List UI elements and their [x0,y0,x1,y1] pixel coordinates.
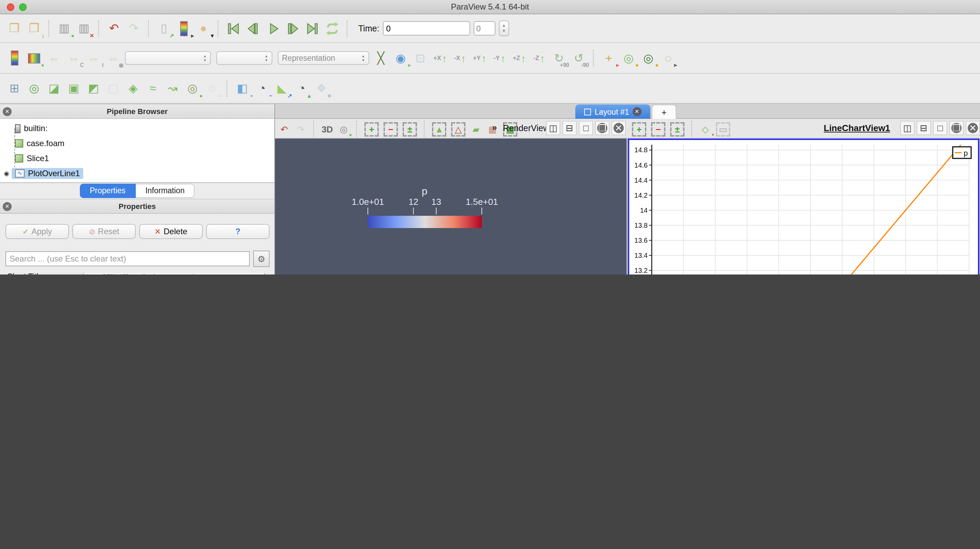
warp-by-vector-icon[interactable]: ↝ [164,80,181,97]
search-input[interactable] [5,251,250,266]
chart-view-split-horizontal-button[interactable]: ◫ [900,121,915,135]
line-chart-view[interactable]: 1010.51111.51212.51313.51414.5151010.210… [628,139,979,274]
apply-button[interactable]: ✔Apply [5,224,69,239]
first-frame-icon[interactable] [224,19,242,37]
help-button[interactable]: ? [206,224,270,239]
close-layout-tab-icon[interactable]: ✕ [633,107,641,116]
step-down-icon[interactable]: ▼ [502,28,506,33]
undo-icon[interactable]: ↶ [105,19,123,37]
rotate-clockwise-90-icon[interactable]: ↻+90 [550,49,568,67]
rescale-data-range-icon[interactable]: ⇔ [45,49,63,67]
calculator-icon[interactable]: ⊞ [5,80,23,97]
camera-redo-icon[interactable]: ↷ [293,122,308,136]
rescale-temporal-range-icon[interactable]: ⇔t [84,49,102,67]
scalar-bar-icon[interactable] [5,49,23,67]
color-palette-icon[interactable]: ●▾ [194,19,212,37]
auto-apply-icon[interactable]: ▯↗ [155,19,173,37]
view-plus-y-icon[interactable]: +Y↑ [471,49,488,67]
select-cells-through-icon[interactable]: ▰ [469,122,483,136]
pipeline-item-slice1[interactable]: Slice1 [0,151,274,166]
camera-undo-icon[interactable]: ↶ [277,122,291,136]
render-view[interactable]: p1.0e+0112131.5e+01YZX [275,139,627,274]
slice-icon[interactable]: ▣ [65,80,83,97]
plot-data-icon[interactable]: ◔▲ [293,80,310,97]
chart-view-popout-button[interactable]: ❐ [949,121,964,135]
reset-camera-icon[interactable]: ╳ [372,49,390,67]
chart-select-toggle-icon[interactable]: ± [670,122,684,136]
reset-button[interactable]: ⊘Reset [72,224,136,239]
toolbar-expand-icon[interactable]: » [492,122,497,132]
render-view-maximize-button[interactable]: □ [579,121,593,135]
tab-information[interactable]: Information [136,184,195,198]
group-datasets-icon[interactable]: ◎● [184,80,201,97]
select-cells-toggle-icon[interactable]: ± [402,122,417,136]
extract-selection-icon[interactable]: ◧▪ [234,80,251,97]
chart-select-rect-icon[interactable]: ▭ [716,122,730,136]
loop-icon[interactable] [323,19,341,37]
pipeline-item-plotoverline1[interactable]: ◉∿PlotOverLine1 [0,166,274,181]
last-frame-icon[interactable] [304,19,321,37]
disconnect-server-icon[interactable]: ▥✕ [75,19,93,37]
select-cells-add-icon[interactable]: + [364,122,379,136]
extract-block-icon[interactable]: ◌○ [204,80,221,97]
render-view-split-horizontal-button[interactable]: ◫ [546,121,560,135]
rescale-visible-range-icon[interactable]: ⇔◉ [104,49,122,67]
chart-select-subtract-icon[interactable]: − [651,122,665,136]
zoom-window-button[interactable] [19,3,27,11]
rescale-custom-range-icon[interactable]: ⇔C [65,49,83,67]
select-cells-subtract-icon[interactable]: − [383,122,398,136]
open-file-icon[interactable]: ❐ [5,19,23,37]
view-minus-y-icon[interactable]: -Y↑ [491,49,508,67]
glyph-icon[interactable]: ◈ [124,80,142,97]
chart-select-polygon-icon[interactable]: ◇• [698,122,713,136]
visibility-eye-icon[interactable]: ◉ [2,170,11,177]
rotate-camera-icon[interactable]: ◌► [659,49,677,67]
pipeline-item-builtin[interactable]: builtin: [0,121,274,136]
clip-icon[interactable]: ◪ [45,80,63,97]
extract-subset-icon[interactable]: ▢ [104,80,122,97]
render-view-popout-button[interactable]: ❐ [595,121,609,135]
representation-combo[interactable]: Representation▲▼ [278,51,369,65]
zoom-to-box-icon[interactable]: ⊡ [412,49,429,67]
plot-over-line-icon[interactable]: ◣↗ [273,80,291,97]
chart-select-add-icon[interactable]: + [632,122,646,136]
plot-selection-over-time-icon[interactable]: ◔~ [253,80,271,97]
redo-icon[interactable]: ↷ [125,19,143,37]
render-view-close-button[interactable]: ✕ [611,121,626,135]
chart-title-input[interactable] [83,273,265,274]
contour-icon[interactable]: ◎ [25,80,43,97]
color-by-component-combo[interactable]: ▲▼ [216,51,272,65]
color-legend-icon[interactable]: ▸ [175,19,192,37]
rotate-counterclockwise-90-icon[interactable]: ↺-90 [570,49,588,67]
select-points-on-icon[interactable]: △ [451,122,465,136]
threshold-icon[interactable]: ◩ [84,80,102,97]
chart-view-maximize-button[interactable]: □ [933,121,947,135]
reset-center-icon[interactable]: ◎● [640,49,657,67]
time-stepper[interactable]: ▲▼ [499,21,509,36]
tab-properties[interactable]: Properties [80,184,136,198]
delete-button[interactable]: ✕Delete [139,224,203,239]
select-cells-on-icon[interactable]: ▲ [432,122,446,136]
tab-layout-1[interactable]: Layout #1 ✕ [575,104,651,119]
step-up-icon[interactable]: ▲ [502,24,506,28]
play-icon[interactable] [264,19,282,37]
previous-frame-icon[interactable] [244,19,262,37]
pick-center-icon[interactable]: ◎● [620,49,637,67]
save-data-icon[interactable]: ❐↓ [25,19,43,37]
pipeline-item-case-foam[interactable]: case.foam [0,136,274,151]
close-panel-icon[interactable]: ✕ [3,202,11,211]
zoom-to-data-icon[interactable]: ◉▸ [392,49,409,67]
line-chart-view-label[interactable]: LineChartView1 [824,123,890,133]
add-layout-tab-button[interactable]: + [652,104,676,119]
show-center-axes-icon[interactable]: +▸ [600,49,617,67]
stream-tracer-icon[interactable]: ≈ [144,80,162,97]
interpolate-icon[interactable]: ❖∗ [313,80,330,97]
next-frame-icon[interactable] [284,19,302,37]
view-plus-z-icon[interactable]: +Z↑ [511,49,528,67]
time-input[interactable] [383,21,470,35]
color-by-array-combo[interactable]: ▲▼ [125,51,211,65]
close-window-button[interactable] [7,3,14,11]
edit-color-map-icon[interactable]: ● [25,49,43,67]
close-panel-icon[interactable]: ✕ [3,107,11,116]
chart-view-close-button[interactable]: ✕ [966,121,980,135]
